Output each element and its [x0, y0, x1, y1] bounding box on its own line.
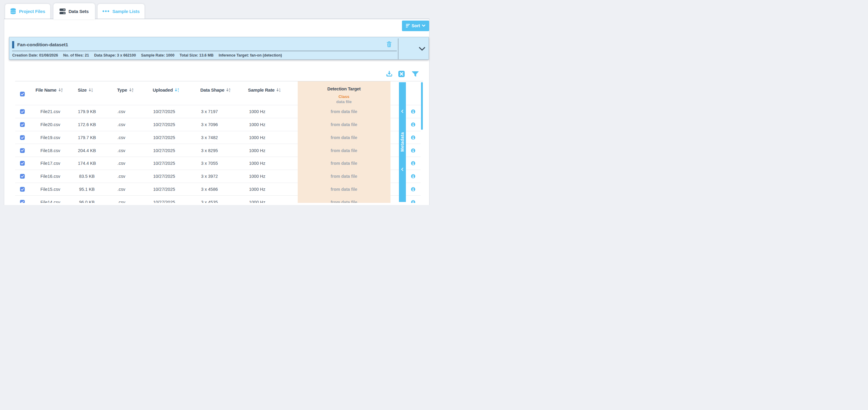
delete-dataset-button[interactable]: [384, 40, 394, 49]
row-info-button[interactable]: [411, 122, 415, 127]
info-icon: [411, 200, 415, 203]
info-icon: [411, 136, 415, 140]
cell-data-shape: 3 x 4586: [188, 183, 230, 196]
column-header-type[interactable]: TypeAZ: [117, 81, 133, 92]
row-checkbox[interactable]: [20, 174, 25, 179]
metadata-side-tab[interactable]: Metadata: [399, 82, 406, 202]
svg-text:1: 1: [178, 90, 179, 92]
detection-target-source: data file: [336, 99, 351, 104]
info-icon: [411, 174, 415, 178]
detection-target-title: Detection Target: [327, 86, 361, 92]
row-info-button[interactable]: [411, 187, 415, 192]
row-info-button[interactable]: [411, 136, 415, 140]
cell-sample-rate: 1000 Hz: [230, 105, 284, 118]
cell-data-shape: 3 x 8295: [188, 144, 230, 157]
row-info-button[interactable]: [411, 200, 415, 203]
cell-type: .csv: [103, 118, 140, 131]
svg-text:Z: Z: [229, 90, 230, 92]
metadata-tab-label: Metadata: [400, 132, 405, 152]
clear-selection-button[interactable]: [398, 70, 406, 78]
database-icon: [10, 8, 16, 14]
cell-data-shape: 3 x 7197: [188, 105, 230, 118]
info-icon: [411, 148, 415, 153]
row-checkbox[interactable]: [20, 200, 25, 203]
svg-text:Z: Z: [132, 90, 133, 92]
trash-icon: [387, 41, 392, 47]
tab-sample-lists[interactable]: Sample Lists: [97, 4, 145, 19]
sort-alpha-icon: AZ: [226, 88, 230, 92]
row-checkbox[interactable]: [20, 109, 25, 114]
row-info-button[interactable]: [411, 110, 415, 114]
cell-file-name: File21.csv: [30, 105, 71, 118]
cell-detection-target: from data file: [298, 105, 391, 118]
table-row: File18.csv204.4 KB.csv10/27/20253 x 8295…: [15, 144, 423, 157]
table-row: File16.csv83.5 KB.csv10/27/20253 x 39721…: [15, 170, 423, 183]
column-header-file-name[interactable]: File NameAZ: [35, 81, 63, 92]
row-checkbox[interactable]: [20, 122, 25, 127]
tab-label: Project Files: [19, 9, 45, 14]
row-checkbox[interactable]: [20, 161, 25, 166]
detection-target-class: Class: [339, 94, 349, 99]
tab-data-sets[interactable]: Data Sets: [53, 3, 95, 19]
row-info-button[interactable]: [411, 161, 415, 166]
cell-sample-rate: 1000 Hz: [230, 183, 284, 196]
svg-text:Z: Z: [61, 90, 63, 92]
funnel-icon: [412, 71, 418, 77]
cell-size: 95.1 KB: [71, 183, 103, 196]
cell-file-name: File19.csv: [30, 131, 71, 144]
row-checkbox[interactable]: [20, 187, 25, 192]
row-info-button[interactable]: [411, 148, 415, 153]
chevron-down-icon: [422, 25, 426, 27]
sort-button-label: Sort: [412, 23, 420, 28]
row-checkbox[interactable]: [20, 148, 25, 153]
cell-type: .csv: [103, 131, 140, 144]
column-header-sample-rate[interactable]: Sample Rate19: [248, 81, 281, 92]
sort-alpha-icon: AZ: [59, 88, 63, 92]
cell-uploaded: 10/27/2025: [140, 131, 188, 144]
cell-file-name: File18.csv: [30, 144, 71, 157]
row-checkbox[interactable]: [20, 135, 25, 140]
cell-data-shape: 3 x 7096: [188, 118, 230, 131]
cell-data-shape: 3 x 4535: [188, 196, 230, 203]
tab-project-files[interactable]: Project Files: [5, 4, 51, 19]
card-divider: [12, 51, 397, 51]
cell-size: 174.4 KB: [71, 157, 103, 170]
meta-inference-target: Inference Target: fan-on (detection): [218, 53, 282, 57]
filter-button[interactable]: [412, 70, 419, 78]
cell-size: 179.9 KB: [71, 105, 103, 118]
cell-size: 179.7 KB: [71, 131, 103, 144]
cell-uploaded: 10/27/2025: [140, 196, 188, 203]
table-row: File14.csv96.0 KB.csv10/27/20253 x 45351…: [15, 196, 423, 203]
meta-data-shape: Data Shape: 3 x 662100: [94, 53, 136, 57]
sort-button[interactable]: Sort: [402, 21, 429, 31]
cell-uploaded: 10/27/2025: [140, 105, 188, 118]
cell-size: 204.4 KB: [71, 144, 103, 157]
cell-uploaded: 10/27/2025: [140, 170, 188, 183]
cell-detection-target: from data file: [298, 131, 391, 144]
cell-sample-rate: 1000 Hz: [230, 118, 284, 131]
cell-sample-rate: 1000 Hz: [230, 157, 284, 170]
table-row: File21.csv179.9 KB.csv10/27/20253 x 7197…: [15, 105, 423, 118]
x-square-icon: [398, 71, 405, 77]
meta-creation-date: Creation Date: 01/08/2026: [12, 53, 58, 57]
column-header-data-shape[interactable]: Data ShapeAZ: [200, 81, 231, 92]
cell-sample-rate: 1000 Hz: [230, 170, 284, 183]
row-info-button[interactable]: [411, 174, 415, 178]
cell-file-name: File16.csv: [30, 170, 71, 183]
table-row: File17.csv174.4 KB.csv10/27/20253 x 7055…: [15, 157, 423, 170]
download-files-button[interactable]: [386, 70, 394, 78]
dataset-meta-row: Creation Date: 01/08/2026 No. of files: …: [12, 53, 282, 57]
chevron-down-icon: [419, 47, 425, 51]
table-row: File15.csv95.1 KB.csv10/27/20253 x 45861…: [15, 183, 423, 196]
column-header-size[interactable]: Size19: [78, 81, 93, 92]
select-all-checkbox[interactable]: [20, 92, 25, 96]
cell-data-shape: 3 x 7055: [188, 157, 230, 170]
check-icon: [21, 136, 24, 139]
table-row: File20.csv172.6 KB.csv10/27/20253 x 7096…: [15, 118, 423, 131]
collapse-dataset-button[interactable]: [418, 46, 425, 51]
meta-no-of-files: No. of files: 21: [63, 53, 89, 57]
column-header-uploaded[interactable]: Uploaded91: [153, 81, 179, 92]
table-scrollbar-thumb[interactable]: [421, 82, 423, 130]
cell-detection-target: from data file: [298, 118, 391, 131]
check-icon: [21, 149, 24, 151]
